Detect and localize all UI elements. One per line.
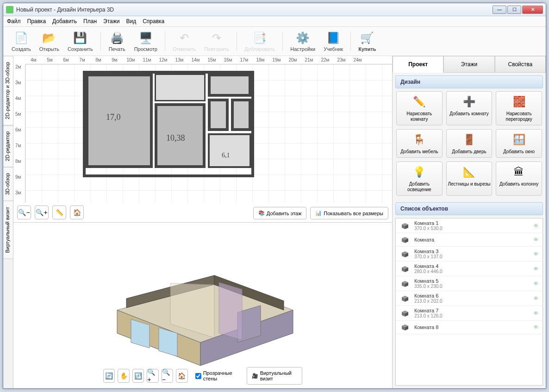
menu-Вид[interactable]: Вид [126, 18, 136, 25]
object-item[interactable]: Комната 1370.0 x 530.0👁 [396, 218, 543, 233]
ruler-button[interactable]: 📏 [52, 205, 66, 219]
zoom-out-3d-button[interactable]: 🔍− [162, 369, 173, 383]
maximize-button[interactable]: ☐ [507, 6, 521, 14]
add-floor-button[interactable]: 📚Добавить этаж [253, 207, 306, 219]
Повторить-icon: ↷ [209, 31, 224, 45]
canvas-3d[interactable]: 🔄 ✋ 🔃 🔍+ 🔍− 🏠 Прозрачные стены 🎥Виртуаль… [13, 223, 392, 388]
design-header: Дизайн [395, 75, 543, 88]
house-3d-render [99, 241, 307, 370]
menu-Файл[interactable]: Файл [7, 18, 21, 25]
Просмотр-icon: 🖥️ [138, 31, 153, 45]
visibility-icon[interactable]: 👁 [533, 223, 539, 229]
toolbar-Учебник[interactable]: 📘Учебник [320, 30, 347, 53]
object-item[interactable]: Комната 8👁 [396, 321, 543, 334]
menu-Правка[interactable]: Правка [27, 18, 46, 25]
icon: ✏️ [412, 94, 427, 109]
canvas-2d[interactable]: 4м5м6м7м8м9м10м11м12м13м14м15м16м17м18м1… [13, 56, 392, 223]
virtual-visit-button[interactable]: 🎥Виртуальный визит [247, 367, 302, 385]
icon: ➕ [462, 94, 476, 109]
Учебник-icon: 📘 [326, 31, 341, 45]
visibility-icon[interactable]: 👁 [533, 295, 539, 302]
menu-Добавить[interactable]: Добавить [52, 18, 77, 25]
panel-tabs: ПроектЭтажиСвойства [393, 56, 546, 73]
toolbar-Отменить: ↶Отменить [169, 30, 200, 53]
visibility-icon[interactable]: 👁 [533, 310, 539, 317]
icon: 💡 [412, 165, 427, 180]
object-item[interactable]: Комната 4280.0 x 446.0👁 [396, 261, 543, 276]
zoom-in-button[interactable]: 🔍+ [35, 205, 49, 219]
Печать-icon: 🖨️ [110, 31, 125, 45]
cube-icon [399, 235, 411, 244]
toolbar-Настройки[interactable]: ⚙️Настройки [287, 30, 319, 53]
design-Добавить-окно[interactable]: 🪟Добавить окно [496, 129, 542, 158]
design-Добавить-комнату[interactable]: ➕Добавить комнату [446, 91, 493, 125]
visibility-icon[interactable]: 👁 [533, 324, 539, 330]
icon: 🚪 [462, 132, 476, 147]
toolbar-Сохранить[interactable]: 💾Сохранить [64, 30, 97, 53]
vtab-0[interactable]: 2D-редактор и 3D-обзор [3, 56, 13, 125]
visibility-icon[interactable]: 👁 [533, 236, 539, 243]
ruler-vertical: 2м3м4м5м6м7м8м9м3м [13, 64, 25, 203]
panel-tab-Этажи[interactable]: Этажи [443, 56, 494, 73]
Купить-icon: 🛒 [360, 31, 374, 45]
menu-Справка[interactable]: Справка [143, 18, 164, 25]
room-area-a: 17,0 [106, 112, 121, 122]
menu-Этажи[interactable]: Этажи [103, 18, 119, 25]
vtab-2[interactable]: 3D-обзор [3, 167, 13, 201]
show-dimensions-button[interactable]: 📊Показывать все размеры [310, 207, 388, 219]
object-list: Комната 1370.0 x 530.0👁Комната👁Комната 3… [395, 218, 543, 386]
floorplan[interactable]: 17,0 10,38 6,1 [83, 71, 254, 177]
zoom-in-3d-button[interactable]: 🔍+ [147, 369, 158, 383]
panel-tab-Проект[interactable]: Проект [393, 56, 443, 73]
toolbar-Просмотр[interactable]: 🖥️Просмотр [131, 30, 161, 53]
home-button[interactable]: 🏠 [70, 205, 84, 219]
toolbar-Создать[interactable]: 📄Создать [8, 30, 35, 53]
icon: 🏛 [512, 165, 526, 180]
design-Нарисовать-комнату[interactable]: ✏️Нарисовать комнату [396, 91, 443, 125]
rotate-360-button[interactable]: 🔄 [103, 369, 115, 383]
ruler-horizontal: 4м5м6м7м8м9м10м11м12м13м14м15м16м17м18м1… [25, 56, 392, 64]
minimize-button[interactable]: — [493, 6, 506, 14]
visibility-icon[interactable]: 👁 [533, 251, 539, 257]
cube-icon [399, 279, 411, 288]
home-3d-button[interactable]: 🏠 [176, 369, 187, 383]
icon: 📐 [462, 165, 476, 180]
vtab-1[interactable]: 2D-редактор [3, 125, 13, 167]
toolbar-Купить[interactable]: 🛒Купить [355, 30, 380, 53]
visibility-icon[interactable]: 👁 [533, 280, 539, 287]
app-window: Новый проект - Дизайн Интерьера 3D — ☐ ✕… [3, 3, 546, 389]
design-Лестницы-и-вырезы[interactable]: 📐Лестницы и вырезы [446, 162, 493, 196]
menu-План[interactable]: План [83, 18, 97, 25]
object-item[interactable]: Комната 7213.0 x 126.0👁 [396, 306, 543, 321]
design-Добавить-мебель[interactable]: 🪑Добавить мебель [396, 129, 443, 158]
design-Добавить-дверь[interactable]: 🚪Добавить дверь [446, 129, 493, 158]
view-tabs: 2D-редактор и 3D-обзор2D-редактор3D-обзо… [3, 56, 13, 388]
pan-button[interactable]: ✋ [118, 369, 129, 383]
design-Нарисовать-перегородку[interactable]: 🧱Нарисовать перегородку [496, 91, 542, 125]
toolbar-Открыть[interactable]: 📂Открыть [36, 30, 63, 53]
window-title: Новый проект - Дизайн Интерьера 3D [16, 6, 493, 13]
object-item[interactable]: Комната 3370.0 x 137.0👁 [396, 247, 543, 261]
toolbar-Печать[interactable]: 🖨️Печать [105, 30, 130, 53]
transparent-walls-checkbox[interactable]: Прозрачные стены [195, 370, 239, 381]
svg-marker-9 [219, 282, 242, 340]
vtab-3[interactable]: Виртуальный визит [3, 201, 13, 259]
object-item[interactable]: Комната👁 [396, 233, 543, 247]
Сохранить-icon: 💾 [73, 31, 87, 45]
design-Добавить-колонну[interactable]: 🏛Добавить колонну [496, 162, 542, 196]
toolbar-Повторить: ↷Повторить [200, 30, 233, 53]
object-item[interactable]: Комната 5335.0 x 230.0👁 [396, 276, 543, 291]
right-panel: ПроектЭтажиСвойства Дизайн ✏️Нарисовать … [392, 56, 546, 388]
object-item[interactable]: Комната 6213.0 x 202.0👁 [396, 291, 543, 306]
close-button[interactable]: ✕ [522, 6, 543, 14]
Открыть-icon: 📂 [42, 31, 56, 45]
design-Добавить-освещение[interactable]: 💡Добавить освещение [396, 162, 443, 196]
toolbar-Дублировать: 📑Дублировать [241, 30, 279, 53]
panel-tab-Свойства[interactable]: Свойства [495, 56, 546, 73]
tools-2d: 🔍− 🔍+ 📏 🏠 [17, 205, 84, 219]
zoom-out-button[interactable]: 🔍− [17, 205, 31, 219]
main-toolbar: 📄Создать📂Открыть💾Сохранить🖨️Печать🖥️Прос… [3, 27, 546, 56]
visibility-icon[interactable]: 👁 [533, 266, 539, 272]
icon: 🪟 [512, 132, 526, 147]
orbit-button[interactable]: 🔃 [132, 369, 144, 383]
